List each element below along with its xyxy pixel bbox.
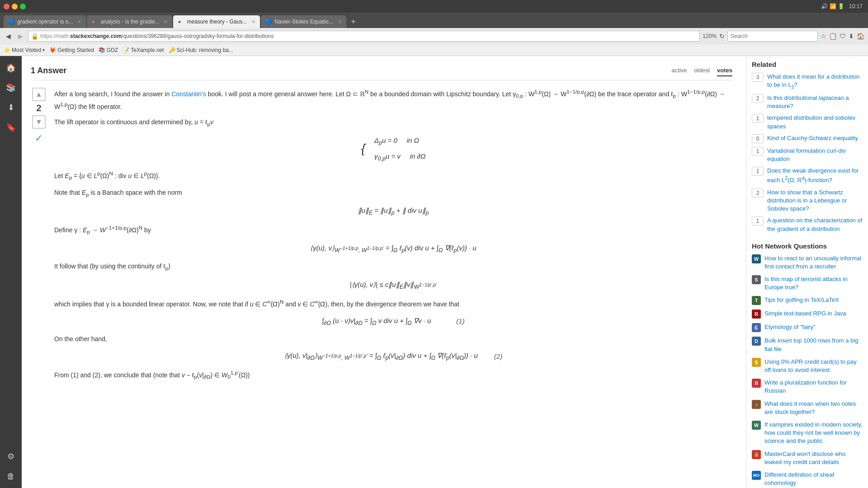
tab-3[interactable]: ● measure theory - Gaus... ✕ [173,15,260,28]
vote-down-button[interactable]: ▼ [32,115,46,129]
sort-active[interactable]: active [671,65,687,76]
sort-oldest[interactable]: oldest [694,65,710,76]
related-item-0[interactable]: 3 What does it mean for a distribution t… [752,73,863,90]
zoom-control[interactable]: 120% [703,33,717,39]
hot-item-10[interactable]: 🔒 MasterCard won't disclose who leaked m… [752,450,863,466]
url-bar[interactable]: 🔒 https://math.stackexchange.com/questio… [28,31,700,42]
hot-network-title: Hot Network Questions [752,242,863,250]
hot-link-0[interactable]: How to react to an unusually informal fi… [764,254,863,271]
continuity-equation: |⟨γ(u), v⟩| ≤ c‖u‖E‖v‖W1−1/p',p' [54,279,732,291]
sort-votes[interactable]: votes [717,65,732,76]
reading-icon[interactable]: 📋 [829,33,837,40]
hot-link-8[interactable]: What does it mean when two notes are stu… [764,400,863,416]
minimize-button[interactable] [12,4,18,9]
back-button[interactable]: ◀ [4,32,13,41]
address-bar: ◀ ▶ 🔒 https://math.stackexchange.com/que… [0,28,868,44]
hot-link-11[interactable]: Different definition of sheaf cohomology [764,471,863,487]
texample-label: TeXample.net [131,47,164,53]
forward-button[interactable]: ▶ [16,32,25,41]
tab-4[interactable]: 🔵 Navier-Stokes Equatio... ✕ [261,15,346,28]
tab-2-close[interactable]: ✕ [164,19,168,25]
tab-2[interactable]: ● analysis - Is the gradie... ✕ [87,15,172,28]
hot-link-3[interactable]: Simple text-based RPG in Java [764,310,846,318]
related-item-6[interactable]: 2 How to show that a Schwartz distributi… [752,188,863,213]
related-item-4[interactable]: 1 Variational formulation curl-div equat… [752,147,863,163]
bookmark-gdz[interactable]: 📚 GDZ [99,47,118,53]
para-ep: Let Ep = {u ∈ Lp(Ω)N : div u ∈ Lp(Ω)}. [54,169,732,182]
sidebar-trash[interactable]: 🗑 [3,468,19,484]
bookmark-most-visited[interactable]: ⭐ Most Visited ▾ [4,47,45,53]
vote-count: 2 [36,103,41,113]
new-tab-button[interactable]: + [347,15,360,28]
hot-item-9[interactable]: W If vampires existed in modern society,… [752,421,863,446]
close-button[interactable] [4,4,9,9]
sidebar-settings[interactable]: ⚙ [3,448,19,465]
tab-4-favicon: 🔵 [265,19,272,25]
answer-text: After a long search, I found the answer … [54,88,732,387]
hot-link-4[interactable]: Etymology of "fairy" [764,323,816,331]
answer-body: ▲ 2 ▼ ✓ After a long search, I found the… [31,88,732,387]
hot-link-7[interactable]: Write a pluralization function for Russi… [764,379,863,395]
hot-item-3[interactable]: R Simple text-based RPG in Java [752,310,863,319]
tab-3-close[interactable]: ✕ [251,19,255,25]
hot-link-5[interactable]: Bulk insert top 1000 rows from a big fla… [764,337,863,353]
hot-link-9[interactable]: If vampires existed in modern society, h… [764,421,863,446]
related-item-5[interactable]: 1 Does the weak divergence exist for eac… [752,167,863,185]
related-link-1[interactable]: Is this distributional laplacean a measu… [767,94,863,110]
other-hand-eq2: ⟨γ(u), v|∂Ω⟩W−1+1/p,p, W1−1/p',p' = ∫Ω ℓ… [54,350,732,362]
maximize-button[interactable] [20,4,26,9]
para-1: After a long search, I found the answer … [54,88,732,112]
related-score-2: 1 [752,114,764,123]
related-link-0[interactable]: What does it mean for a distribution to … [767,73,863,90]
hot-item-2[interactable]: T Tips for golfing in TeX/LaTeX [752,296,863,305]
sidebar-reading-list[interactable]: 🔖 [3,119,19,136]
star-icon[interactable]: ☆ [821,33,826,40]
hot-item-11[interactable]: MO Different definition of sheaf cohomol… [752,471,863,487]
related-link-2[interactable]: tempered distribution and sobolev spaces [767,114,863,130]
hot-link-6[interactable]: Using 0% APR credit card(s) to pay off l… [764,358,863,374]
related-link-6[interactable]: How to show that a Schwartz distribution… [767,188,863,213]
hot-item-8[interactable]: ♪ What does it mean when two notes are s… [752,400,863,416]
hot-item-6[interactable]: $ Using 0% APR credit card(s) to pay off… [752,358,863,374]
reload-button[interactable]: ↻ [719,33,725,40]
related-link-4[interactable]: Variational formulation curl-div equatio… [767,147,863,163]
hot-icon-4: E [752,323,761,332]
most-visited-arrow: ▾ [42,47,45,52]
tab-4-close[interactable]: ✕ [338,19,342,25]
bookmark-scihub[interactable]: 🔑 Sci-Hub: removing ba... [169,47,233,53]
related-item-3[interactable]: 0 Kind of Cauchy-Schwarz inequality [752,134,863,143]
constantin-link[interactable]: Constantin's [171,90,206,98]
related-link-3[interactable]: Kind of Cauchy-Schwarz inequality [767,134,858,142]
vote-up-button[interactable]: ▲ [32,88,46,101]
related-item-7[interactable]: 1 A question on the characterization of … [752,216,863,233]
shield-icon[interactable]: 🛡 [840,33,846,40]
bookmark-texample[interactable]: 📝 TeXample.net [123,47,164,53]
hot-item-7[interactable]: Я Write a pluralization function for Rus… [752,379,863,395]
hot-link-2[interactable]: Tips for golfing in TeX/LaTeX [764,296,839,304]
related-item-2[interactable]: 1 tempered distribution and sobolev spac… [752,114,863,130]
search-input[interactable] [727,31,818,42]
hot-link-10[interactable]: MasterCard won't disclose who leaked my … [764,450,863,466]
related-link-5[interactable]: Does the weak divergence exist for each … [767,167,863,185]
sidebar-downloads[interactable]: ⬇ [3,99,19,116]
hot-icon-1: S [752,275,761,284]
sidebar-home[interactable]: 🏠 [3,60,19,76]
tab-1[interactable]: 🔵 gradient operator is o... ✕ [4,15,86,28]
hot-item-0[interactable]: W How to react to an unusually informal … [752,254,863,271]
zoom-value: 120% [703,33,717,39]
window-controls[interactable] [4,4,26,9]
para-bounded: which implies that γ is a bounded linear… [54,298,732,309]
tab-1-close[interactable]: ✕ [77,19,81,25]
related-item-1[interactable]: 2 Is this distributional laplacean a mea… [752,94,863,110]
hot-link-1[interactable]: Is this map of terrorist attacks in Euro… [764,275,863,291]
related-score-5: 1 [752,167,764,176]
hot-item-4[interactable]: E Etymology of "fairy" [752,323,863,332]
sidebar-bookmarks[interactable]: 📚 [3,80,19,96]
bookmark-getting-started[interactable]: 🦊 Getting Started [49,47,94,53]
hot-item-5[interactable]: D Bulk insert top 1000 rows from a big f… [752,337,863,353]
hot-icon-9: W [752,421,761,430]
home-icon[interactable]: 🏠 [857,33,864,40]
download-icon[interactable]: ⬇ [849,33,854,40]
hot-item-1[interactable]: S Is this map of terrorist attacks in Eu… [752,275,863,291]
related-link-7[interactable]: A question on the characterization of th… [767,216,863,233]
